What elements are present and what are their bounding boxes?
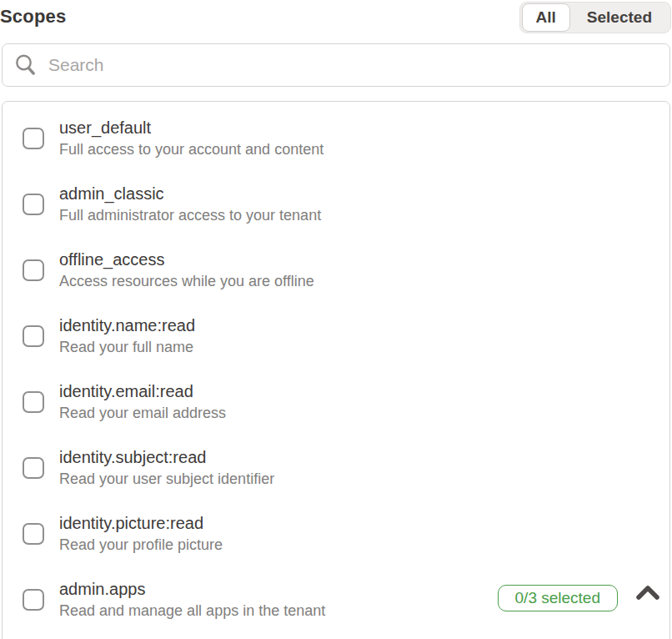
scope-description: Read your user subject identifier: [59, 469, 274, 490]
search-box: [2, 43, 670, 87]
scope-checkbox[interactable]: [23, 523, 44, 545]
search-input[interactable]: [48, 55, 658, 75]
scope-checkbox[interactable]: [23, 589, 44, 611]
scopes-page: Scopes All Selected user_default Full ac…: [0, 0, 672, 639]
scope-list-item[interactable]: identity.name:read Read your full name: [3, 303, 669, 369]
selection-count-badge: 0/3 selected: [498, 585, 618, 611]
scope-name: user_default: [59, 117, 323, 139]
scope-text: identity.email:read Read your email addr…: [59, 380, 226, 424]
scope-description: Full access to your account and content: [59, 139, 323, 160]
scope-checkbox[interactable]: [23, 259, 44, 281]
scope-name: admin.apps: [59, 578, 325, 601]
scope-list-item[interactable]: user_default Full access to your account…: [3, 105, 669, 171]
scope-description: Full administrator access to your tenant: [59, 205, 321, 226]
scope-description: Read your profile picture: [59, 535, 223, 556]
scope-checkbox[interactable]: [23, 325, 44, 347]
scope-name: identity.subject:read: [59, 446, 274, 469]
filter-all-button[interactable]: All: [522, 3, 570, 32]
scope-name: identity.picture:read: [59, 512, 223, 535]
scopes-list: user_default Full access to your account…: [2, 101, 670, 639]
scope-checkbox[interactable]: [23, 391, 44, 413]
scope-name: identity.email:read: [59, 380, 226, 403]
scope-name: offline_access: [59, 249, 314, 271]
scroll-to-top-button[interactable]: [635, 581, 664, 606]
scope-list-item[interactable]: identity.subject:read Read your user sub…: [3, 435, 669, 501]
scope-name: admin_classic: [59, 183, 321, 205]
search-icon: [14, 53, 37, 77]
filter-toggle-group: All Selected: [519, 2, 671, 33]
scope-text: identity.subject:read Read your user sub…: [59, 446, 274, 490]
scope-checkbox[interactable]: [23, 128, 44, 149]
scope-description: Read and manage all apps in the tenant: [59, 601, 325, 621]
filter-selected-button[interactable]: Selected: [570, 3, 669, 32]
chevron-up-icon: [635, 583, 664, 603]
header: Scopes All Selected: [0, 0, 672, 37]
scope-description: Access resources while you are offline: [59, 271, 314, 292]
scope-checkbox[interactable]: [23, 457, 44, 479]
scope-name: identity.name:read: [59, 314, 195, 337]
page-title: Scopes: [0, 6, 66, 28]
scope-text: user_default Full access to your account…: [59, 117, 323, 160]
scope-text: offline_access Access resources while yo…: [59, 249, 314, 292]
scope-list-item[interactable]: identity.email:read Read your email addr…: [3, 369, 669, 435]
scope-list-item[interactable]: offline_access Access resources while yo…: [3, 237, 669, 303]
scope-text: identity.name:read Read your full name: [59, 314, 195, 358]
scope-list-item[interactable]: identity.picture:read Read your profile …: [3, 501, 669, 566]
scope-list-item[interactable]: admin_classic Full administrator access …: [3, 171, 669, 237]
scope-description: Read your email address: [59, 403, 226, 424]
scope-description: Read your full name: [59, 337, 195, 358]
scope-text: admin_classic Full administrator access …: [59, 183, 321, 226]
scope-text: admin.apps Read and manage all apps in t…: [59, 578, 325, 621]
scope-checkbox[interactable]: [23, 194, 44, 215]
scope-text: identity.picture:read Read your profile …: [59, 512, 223, 556]
